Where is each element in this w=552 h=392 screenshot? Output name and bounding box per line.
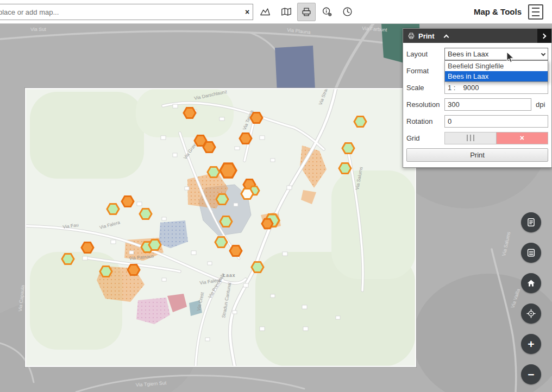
printer-icon [407,32,415,40]
printer-icon [300,6,312,18]
report-button[interactable] [521,212,541,232]
bee-hexagon-green[interactable] [107,204,119,214]
map-icon [280,6,292,18]
bee-hexagon-orange[interactable] [81,243,93,253]
bee-hexagon-green[interactable] [215,237,227,248]
grid-label: Grid [406,134,444,142]
chart-tool-button[interactable] [256,3,274,21]
format-label: Format [406,67,444,75]
dim-blue-area [275,46,315,92]
toggle-handle[interactable] [445,132,497,144]
grid-row: Grid × [406,131,548,144]
minus-icon: − [528,369,534,380]
add-map-tool-button[interactable] [277,3,296,21]
home-button[interactable] [521,273,541,293]
rotation-input[interactable] [444,115,548,128]
bee-hexagon-green[interactable] [100,267,112,277]
layout-row: Layout Bees in Laax [406,47,548,60]
bee-hexagon-orange[interactable] [250,113,262,123]
scale-row: Scale 1 : [406,81,548,94]
layout-option[interactable]: Beefield Singlefile [445,61,548,71]
clock-icon [342,6,354,18]
locate-button[interactable] [521,304,541,324]
grid-toggle[interactable]: × [444,132,548,144]
street-label-dim: Via Sut [30,27,46,32]
locate-icon [526,308,536,319]
chart-icon [259,6,271,18]
topbar: × [0,0,552,24]
bee-hexagon-green[interactable] [342,143,354,154]
bee-hexagon-orange[interactable] [184,108,196,118]
print-panel: Print Layout Bees in Laax Format [403,28,552,168]
bee-hexagon-orange[interactable] [240,134,252,144]
resolution-input[interactable] [444,98,531,111]
street-label: Laax [223,273,235,278]
search-input[interactable] [0,4,253,20]
history-tool-button[interactable] [338,3,357,21]
map-tools-label: Map & Tools [474,7,522,16]
home-icon [526,278,536,288]
scale-label: Scale [406,84,444,92]
bee-hexagon-orange[interactable] [128,265,140,275]
bee-hexagon-orange[interactable] [230,246,242,256]
plus-icon: + [528,338,534,350]
legend-button[interactable] [521,243,541,263]
bee-hexagon-orange[interactable] [122,197,134,207]
chevron-right-icon [541,33,547,39]
menu-button[interactable] [528,4,543,20]
scale-input[interactable] [462,83,500,92]
layout-option-selected[interactable]: Bees in Laax [445,71,548,81]
bee-hexagon-orange[interactable] [262,219,273,228]
bee-hexagon-green[interactable] [216,194,228,205]
layout-options-list: Beefield Singlefile Bees in Laax [444,60,548,82]
bee-hexagon-green[interactable] [140,209,152,219]
list-icon [526,248,536,258]
print-panel-body: Layout Bees in Laax Format Scale 1 : [403,43,551,167]
dpi-label: dpi [536,100,545,109]
zoom-in-button[interactable]: + [521,334,541,354]
layout-label: Layout [406,50,444,58]
collapse-chevron-icon[interactable] [443,34,449,40]
bee-hexagon-green[interactable] [252,262,264,273]
search-clear-button[interactable]: × [241,5,253,18]
zoom-out-button[interactable]: − [521,364,541,384]
scale-prefix: 1 : [448,84,455,92]
bee-hexagon-green[interactable] [354,117,366,127]
bee-hexagon-green[interactable] [62,254,74,264]
toggle-off-icon: × [497,132,548,144]
bee-hexagon-white[interactable] [241,189,253,199]
print-preview-map: Via DarschlaunzVia TeissaVia GravaVia St… [26,81,416,366]
layout-select[interactable]: Bees in Laax [444,48,548,60]
panel-close-arrow-button[interactable] [537,29,551,43]
bee-hexagon-green[interactable] [208,167,219,178]
identify-icon [321,6,333,18]
app-root: × [0,0,552,392]
print-tool-button[interactable] [297,3,316,21]
resolution-label: Resolution [406,100,444,109]
rotation-row: Rotation [406,115,548,128]
resolution-row: Resolution dpi [406,98,548,111]
hamburger-icon [532,8,540,9]
identify-tool-button[interactable] [318,3,336,21]
layout-select-value: Bees in Laax [448,50,488,58]
bee-hexagon-green[interactable] [149,240,161,250]
chevron-down-icon [541,51,545,55]
panel-title: Print [418,32,435,40]
scale-box: 1 : [444,81,548,94]
bee-hexagon-orange[interactable] [203,142,215,153]
rotation-label: Rotation [406,117,444,125]
document-icon [526,217,536,227]
print-panel-header: Print [403,29,551,43]
bee-hexagon-orange[interactable] [220,163,236,178]
bee-hexagon-green[interactable] [220,217,232,227]
bee-hexagon-green[interactable] [339,163,351,174]
print-submit-button[interactable]: Print [406,148,548,162]
